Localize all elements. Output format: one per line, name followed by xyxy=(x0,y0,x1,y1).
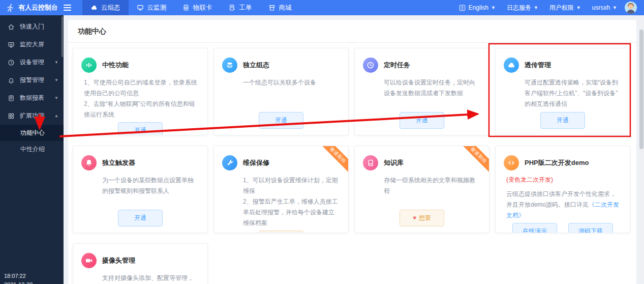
report-icon xyxy=(8,95,15,102)
source-download-button[interactable]: 源码下载 xyxy=(568,223,613,233)
equalizer-icon xyxy=(81,58,97,73)
card-title: PHP版二次开发demo xyxy=(525,158,589,167)
nav-tab-label: 商城 xyxy=(279,4,292,12)
user-menu[interactable]: usrsxh ▼ xyxy=(587,0,623,15)
nav-tab[interactable]: 工单 xyxy=(221,0,260,15)
nav-tab[interactable]: 云组态 xyxy=(82,0,129,15)
nav-tab-label: 云组态 xyxy=(101,4,120,12)
card-desc: 可以给设备设置定时任务，定时向设备发送数据流或者下发数据 xyxy=(384,77,481,110)
clock-icon xyxy=(363,58,378,73)
apps-icon xyxy=(8,112,15,120)
home-icon xyxy=(8,23,15,31)
user-avatar[interactable] xyxy=(625,2,637,14)
card-subtitle: (变色龙二次开发) xyxy=(506,176,622,184)
feature-card: PHP版二次开发demo(变色龙二次开发)云组态提供接口供客户开发个性化需求，并… xyxy=(495,146,630,233)
sidebar-date: 2021-12-20 xyxy=(4,281,33,284)
topbar: 有人云控制台 云组态云监测物联卡工单商城 文 English ▼ 日志服务 ▼ … xyxy=(0,0,644,15)
activate-button[interactable]: 开通 xyxy=(259,112,303,129)
language-label: English xyxy=(469,4,488,11)
sidebar-item[interactable]: 快速入门 xyxy=(0,18,64,36)
card-desc: 支持对摄像头添加、配置等管理，实现对自己关注场景的画面监控 xyxy=(102,273,199,284)
layers-icon xyxy=(222,58,237,73)
menu-log-service[interactable]: 日志服务 ▼ xyxy=(501,0,544,15)
online-demo-button[interactable]: 在线演示 xyxy=(512,223,557,233)
sidebar-clock: 18:07:22 xyxy=(4,273,26,279)
card-desc: 可通过配置透传策略，实现“设备到客户端软件/上位机”、“设备到设备”的相互透传通… xyxy=(525,77,622,110)
want-button[interactable]: ♥想要 xyxy=(259,231,303,233)
sidebar-item[interactable]: 扩展功能▲ xyxy=(0,107,64,125)
card-desc: 1、可使用公司自己的域名登录，登录系统使用自己的公司信息 2、去除“有人物联网”… xyxy=(84,77,199,120)
card-desc: 存储一些系统相关的文章和视频教程 xyxy=(384,175,481,208)
username: usrsxh xyxy=(592,4,610,11)
feature-card: 独立组态一个组态可以关联多个设备开通 xyxy=(213,48,349,135)
topbar-nav: 云组态云监测物联卡工单商城 xyxy=(82,0,300,15)
cloud-icon xyxy=(90,4,98,11)
runner-logo-icon xyxy=(6,4,15,12)
sidebar: 快速入门监控大屏设备管理▼报警管理▼数据报表▼扩展功能▲功能中心中性介绍 18:… xyxy=(0,15,64,284)
activate-button[interactable]: 开通 xyxy=(540,112,585,129)
chevron-down-icon: ▼ xyxy=(54,78,58,82)
card-title: 摄像头管理 xyxy=(102,256,135,265)
want-button[interactable]: ♥想要 xyxy=(400,210,444,226)
card-title: 维保保修 xyxy=(243,158,269,167)
sidebar-subitem[interactable]: 中性介绍 xyxy=(0,141,64,157)
nav-tab[interactable]: 物联卡 xyxy=(174,0,221,15)
doc-link[interactable]: 《二次开发文档》 xyxy=(506,201,619,219)
sidebar-item[interactable]: 设备管理▼ xyxy=(0,53,64,71)
wrench-icon xyxy=(222,155,237,171)
store-icon xyxy=(268,4,275,11)
device-icon xyxy=(8,59,15,66)
chevron-up-icon: ▲ xyxy=(54,113,58,118)
card-title: 透传管理 xyxy=(525,61,551,70)
menu-user-permission[interactable]: 用户权限 ▼ xyxy=(544,0,587,15)
nav-tab[interactable]: 商城 xyxy=(260,0,300,15)
page-scrollbar[interactable] xyxy=(639,16,643,283)
cloud-solid-icon xyxy=(504,58,519,73)
card-title: 中性功能 xyxy=(102,61,129,70)
feature-card: 知识库存储一些系统相关的文章和视频教程♥想要敬请期待 xyxy=(354,146,489,233)
language-select[interactable]: 文 English ▼ xyxy=(453,0,501,15)
nav-tab-label: 物联卡 xyxy=(193,4,212,12)
card-desc: 云组态提供接口供客户开发个性化需求，并且开放demo源码。接口详见《二次开发文档… xyxy=(506,189,622,221)
nav-tab-label: 工单 xyxy=(239,4,252,12)
translate-icon: 文 xyxy=(458,4,466,12)
sidebar-subitem[interactable]: 功能中心 xyxy=(0,125,64,141)
page-title: 功能中心 xyxy=(68,20,636,43)
svg-text:文: 文 xyxy=(461,6,464,10)
card-title: 知识库 xyxy=(384,158,404,167)
chevron-down-icon: ▼ xyxy=(576,5,581,10)
topbar-right: 文 English ▼ 日志服务 ▼ 用户权限 ▼ usrsxh ▼ xyxy=(453,0,644,15)
nav-tab[interactable]: 云监测 xyxy=(129,0,175,15)
feature-card-grid: 中性功能1、可使用公司自己的域名登录，登录系统使用自己的公司信息 2、去除“有人… xyxy=(68,43,636,284)
feature-card: 中性功能1、可使用公司自己的域名登录，登录系统使用自己的公司信息 2、去除“有人… xyxy=(73,48,208,135)
app-logo: 有人云控制台 xyxy=(0,0,77,15)
menu-toggle-icon[interactable] xyxy=(64,5,71,11)
bell-icon xyxy=(81,155,97,171)
sidebar-item[interactable]: 数据报表▼ xyxy=(0,89,64,107)
feature-card: 定时任务可以给设备设置定时任务，定时向设备发送数据流或者下发数据开通 xyxy=(354,48,489,135)
alarm-icon xyxy=(8,77,15,84)
activate-button[interactable]: 开通 xyxy=(118,122,163,135)
feature-card: 透传管理可通过配置透传策略，实现“设备到客户端软件/上位机”、“设备到设备”的相… xyxy=(495,48,630,135)
sim-card-icon xyxy=(182,4,190,11)
page-scrollbar-thumb[interactable] xyxy=(639,30,643,149)
chevron-down-icon: ▼ xyxy=(54,96,58,100)
chevron-down-icon: ▼ xyxy=(491,5,496,10)
sidebar-item[interactable]: 报警管理▼ xyxy=(0,71,64,89)
content-panel: 功能中心 中性功能1、可使用公司自己的域名登录，登录系统使用自己的公司信息 2、… xyxy=(68,19,637,284)
sidebar-scrollbar-thumb[interactable] xyxy=(62,16,63,57)
app-title: 有人云控制台 xyxy=(18,3,58,12)
sidebar-item[interactable]: 监控大屏 xyxy=(0,36,64,53)
activate-button[interactable]: 开通 xyxy=(118,210,163,226)
camera-icon xyxy=(81,253,97,268)
activate-button[interactable]: 开通 xyxy=(400,112,444,129)
card-desc: 为一个设备的某些数据点设置单独的报警规则和报警联系人 xyxy=(102,175,199,208)
work-order-icon xyxy=(229,4,236,11)
monitor-icon xyxy=(137,4,144,11)
main-area: 功能中心 中性功能1、可使用公司自己的域名登录，登录系统使用自己的公司信息 2、… xyxy=(64,15,644,284)
heart-icon: ♥ xyxy=(413,214,416,221)
book-icon xyxy=(363,155,378,171)
chevron-down-icon: ▼ xyxy=(54,60,58,65)
feature-card: 独立触发器为一个设备的某些数据点设置单独的报警规则和报警联系人开通 xyxy=(73,146,208,233)
screen-icon xyxy=(8,41,15,48)
